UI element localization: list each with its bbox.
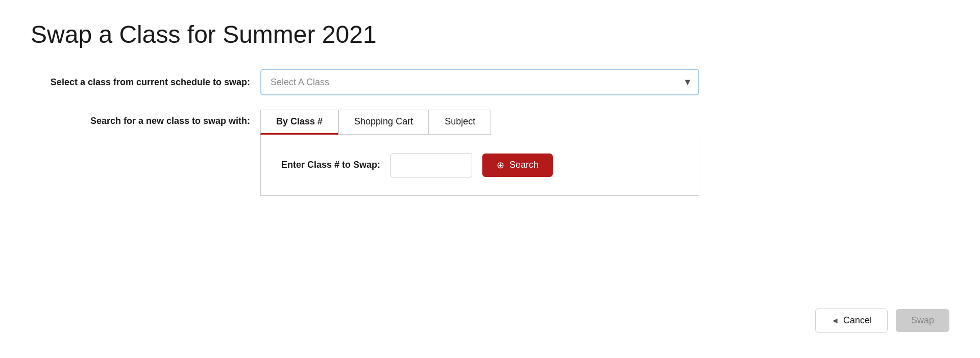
tab-shopping-cart[interactable]: Shopping Cart — [338, 110, 429, 135]
tab-by-class[interactable]: By Class # — [260, 110, 338, 135]
cancel-button[interactable]: ◄ Cancel — [815, 309, 888, 333]
form-section: Select a class from current schedule to … — [31, 69, 949, 196]
tab-content-by-class: Enter Class # to Swap: ⊕ Search — [260, 135, 699, 196]
bottom-actions: ◄ Cancel Swap — [815, 309, 949, 333]
tab-subject[interactable]: Subject — [429, 110, 491, 135]
class-number-input[interactable] — [390, 153, 472, 177]
chevron-left-icon: ◄ — [831, 316, 839, 325]
search-button[interactable]: ⊕ Search — [482, 154, 553, 177]
tabs-and-content: By Class # Shopping Cart Subject Enter C… — [260, 110, 699, 196]
tabs-row: By Class # Shopping Cart Subject — [260, 110, 699, 135]
class-select[interactable]: Select A Class — [260, 69, 699, 95]
search-section: Search for a new class to swap with: By … — [31, 110, 949, 196]
page-title: Swap a Class for Summer 2021 — [31, 20, 949, 48]
select-class-row: Select a class from current schedule to … — [31, 69, 949, 95]
search-icon: ⊕ — [497, 160, 504, 171]
enter-class-label: Enter Class # to Swap: — [281, 160, 380, 170]
search-class-label: Search for a new class to swap with: — [31, 110, 250, 126]
swap-button[interactable]: Swap — [896, 309, 949, 332]
page-container: Swap a Class for Summer 2021 Select a cl… — [0, 0, 980, 358]
select-class-wrapper: Select A Class ▼ — [260, 69, 699, 95]
select-class-label: Select a class from current schedule to … — [31, 77, 250, 88]
